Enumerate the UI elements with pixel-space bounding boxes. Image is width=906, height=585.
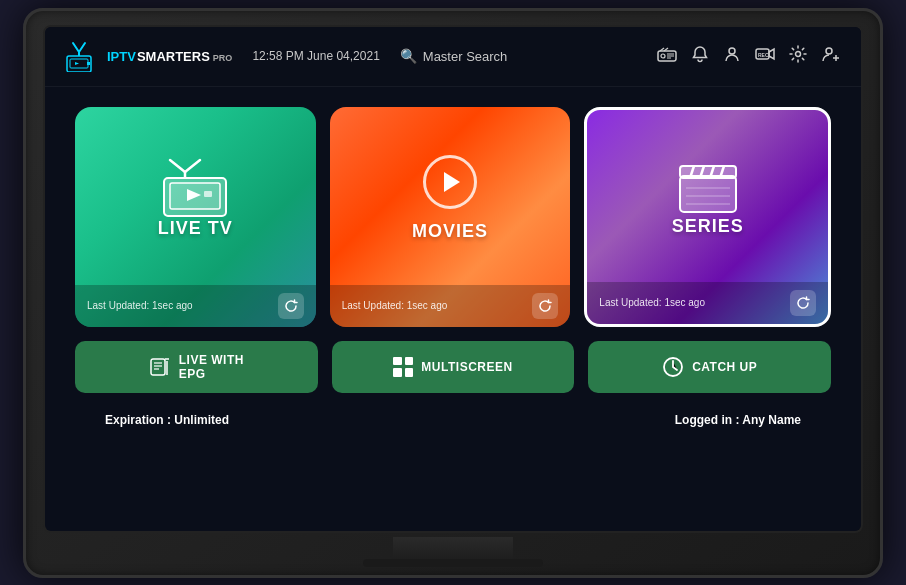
datetime: 12:58 PM June 04,2021 bbox=[252, 49, 379, 63]
header: IPTV SMARTERS PRO 12:58 PM June 04,2021 … bbox=[45, 27, 861, 87]
svg-marker-5 bbox=[75, 62, 79, 65]
live-epg-label-2: EPG bbox=[179, 367, 206, 381]
live-tv-updated: Last Updated: 1sec ago bbox=[87, 300, 193, 311]
footer: Expiration : Unlimited Logged in : Any N… bbox=[75, 407, 831, 433]
multiscreen-button[interactable]: MULTISCREEN bbox=[332, 341, 575, 393]
svg-point-18 bbox=[826, 48, 832, 54]
series-updated: Last Updated: 1sec ago bbox=[599, 297, 705, 308]
svg-line-0 bbox=[73, 43, 79, 52]
screen-content: IPTV SMARTERS PRO 12:58 PM June 04,2021 … bbox=[45, 27, 861, 531]
svg-rect-28 bbox=[680, 176, 736, 212]
series-bottom: Last Updated: 1sec ago bbox=[587, 282, 828, 324]
movies-refresh[interactable] bbox=[532, 293, 558, 319]
catchup-clock-icon bbox=[662, 356, 684, 378]
svg-point-17 bbox=[796, 52, 801, 57]
series-card[interactable]: SERIES Last Updated: 1sec ago bbox=[584, 107, 831, 327]
svg-point-14 bbox=[729, 48, 735, 54]
svg-rect-6 bbox=[87, 62, 90, 65]
logo-section: IPTV SMARTERS PRO bbox=[65, 40, 232, 72]
main-area: LIVE TV Last Updated: 1sec ago bbox=[45, 87, 861, 531]
search-button[interactable]: 🔍 Master Search bbox=[400, 48, 508, 64]
movies-updated: Last Updated: 1sec ago bbox=[342, 300, 448, 311]
catch-up-label: CATCH UP bbox=[692, 360, 757, 374]
expiration-text: Expiration : Unlimited bbox=[105, 413, 229, 427]
series-refresh[interactable] bbox=[790, 290, 816, 316]
tv-screen: IPTV SMARTERS PRO 12:58 PM June 04,2021 … bbox=[43, 25, 863, 533]
bottom-buttons-row: LIVE WITH EPG MULTISCREEN bbox=[75, 341, 831, 393]
svg-rect-29 bbox=[680, 166, 736, 178]
epg-book-icon bbox=[149, 357, 171, 377]
svg-line-1 bbox=[79, 43, 85, 52]
svg-text:REC: REC bbox=[758, 52, 769, 58]
live-tv-label: LIVE TV bbox=[158, 218, 233, 239]
live-epg-button[interactable]: LIVE WITH EPG bbox=[75, 341, 318, 393]
cards-row: LIVE TV Last Updated: 1sec ago bbox=[75, 107, 831, 327]
series-label: SERIES bbox=[672, 216, 744, 237]
svg-line-21 bbox=[170, 160, 185, 172]
live-tv-bottom: Last Updated: 1sec ago bbox=[75, 285, 316, 327]
iptv-logo-icon bbox=[65, 40, 103, 72]
radio-icon[interactable] bbox=[657, 46, 677, 66]
multiscreen-label: MULTISCREEN bbox=[421, 360, 512, 374]
movies-play-icon bbox=[423, 155, 477, 209]
tv-frame: IPTV SMARTERS PRO 12:58 PM June 04,2021 … bbox=[23, 8, 883, 578]
movies-label: MOVIES bbox=[412, 221, 488, 242]
movies-card[interactable]: MOVIES Last Updated: 1sec ago bbox=[330, 107, 571, 327]
live-epg-label-1: LIVE WITH bbox=[179, 353, 244, 367]
user-icon[interactable] bbox=[723, 45, 741, 67]
header-icons: REC bbox=[657, 45, 841, 67]
logo-text: IPTV SMARTERS PRO bbox=[107, 49, 232, 64]
search-label: Master Search bbox=[423, 49, 508, 64]
svg-line-22 bbox=[185, 160, 200, 172]
logged-in-text: Logged in : Any Name bbox=[675, 413, 801, 427]
catch-up-button[interactable]: CATCH UP bbox=[588, 341, 831, 393]
svg-point-8 bbox=[661, 54, 665, 58]
svg-rect-37 bbox=[151, 359, 165, 375]
profile-add-icon[interactable] bbox=[821, 45, 841, 67]
bell-icon[interactable] bbox=[691, 45, 709, 67]
live-tv-refresh[interactable] bbox=[278, 293, 304, 319]
live-tv-icon bbox=[160, 158, 230, 218]
multiscreen-grid-icon bbox=[393, 357, 413, 377]
movies-bottom: Last Updated: 1sec ago bbox=[330, 285, 571, 327]
series-icon bbox=[676, 160, 740, 216]
search-icon: 🔍 bbox=[400, 48, 417, 64]
record-icon[interactable]: REC bbox=[755, 46, 775, 66]
tv-stand bbox=[393, 537, 513, 567]
svg-rect-27 bbox=[204, 191, 212, 197]
live-tv-card[interactable]: LIVE TV Last Updated: 1sec ago bbox=[75, 107, 316, 327]
settings-icon[interactable] bbox=[789, 45, 807, 67]
